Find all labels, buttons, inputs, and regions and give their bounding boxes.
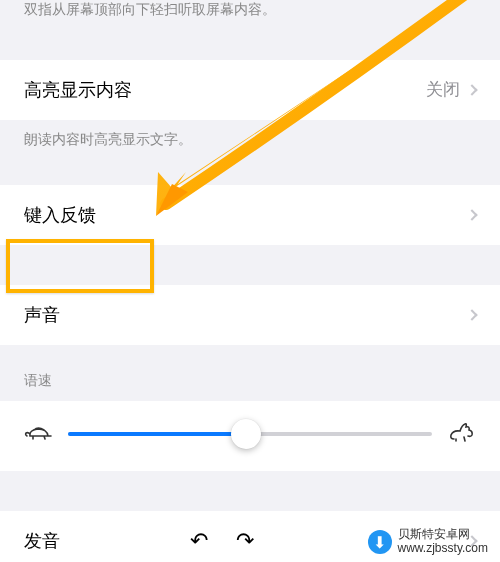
- speed-label: 语速: [0, 345, 500, 401]
- watermark-title: 贝斯特安卓网: [398, 528, 488, 542]
- partial-toolbar: ↶ ↷: [190, 528, 254, 554]
- speaking-rate-slider[interactable]: [68, 432, 432, 436]
- row-value: 关闭: [426, 78, 460, 101]
- row-sound[interactable]: 声音: [0, 285, 500, 345]
- redo-icon: ↷: [236, 528, 254, 554]
- row-label: 声音: [24, 303, 60, 327]
- row-highlight-content[interactable]: 高亮显示内容 关闭: [0, 60, 500, 120]
- chevron-right-icon: [466, 84, 477, 95]
- watermark-icon: ⬇: [368, 530, 392, 554]
- watermark: ⬇ 贝斯特安卓网 www.zjbssty.com: [368, 528, 488, 556]
- watermark-url: www.zjbssty.com: [398, 542, 488, 556]
- screen-swipe-hint: 双指从屏幕顶部向下轻扫听取屏幕内容。: [0, 0, 500, 32]
- row-label: 键入反馈: [24, 203, 96, 227]
- highlight-hint: 朗读内容时高亮显示文字。: [0, 120, 500, 150]
- row-typing-feedback[interactable]: 键入反馈: [0, 185, 500, 245]
- slider-thumb[interactable]: [231, 419, 261, 449]
- chevron-right-icon: [466, 310, 477, 321]
- chevron-right-icon: [466, 210, 477, 221]
- speaking-rate-section: [0, 401, 500, 471]
- row-label: 高亮显示内容: [24, 78, 132, 102]
- turtle-icon: [24, 422, 54, 446]
- undo-icon: ↶: [190, 528, 208, 554]
- rabbit-icon: [446, 421, 476, 447]
- row-label: 发音: [24, 529, 60, 553]
